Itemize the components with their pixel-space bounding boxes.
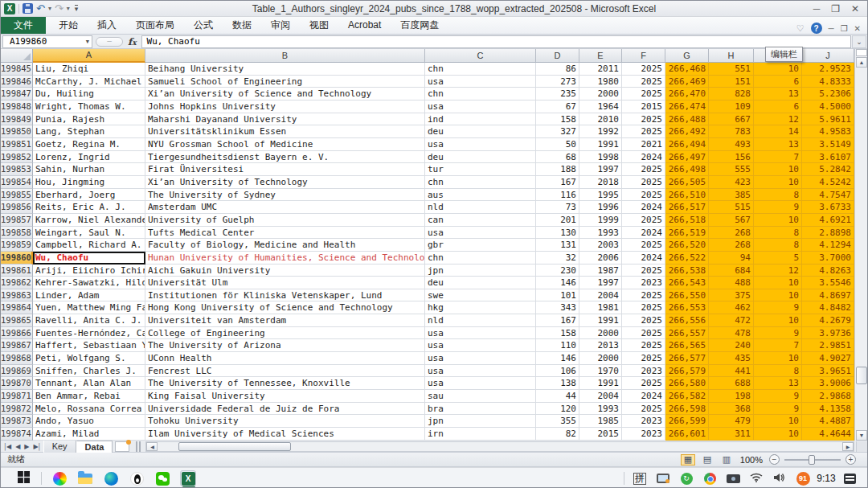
cell-B199857[interactable]: University of Guelph xyxy=(145,214,425,227)
cell-C199860[interactable]: chn xyxy=(425,252,536,265)
cell-C199865[interactable]: nld xyxy=(425,314,536,327)
wechat-icon[interactable] xyxy=(154,470,170,486)
cell-C199869[interactable]: usa xyxy=(425,365,536,378)
cell-D199873[interactable]: 355 xyxy=(536,415,579,428)
cell-J199866[interactable]: 3.9736 xyxy=(802,327,854,340)
cell-A199871[interactable]: Ben Ammar, Rebai xyxy=(33,390,145,403)
column-header-B[interactable]: B xyxy=(145,49,425,63)
cell-D199870[interactable]: 138 xyxy=(536,377,579,390)
cell-A199872[interactable]: Melo, Rossana Correa N xyxy=(33,403,145,416)
name-box-dropdown-icon[interactable]: ▼ xyxy=(86,39,89,45)
cell-A199850[interactable]: Lang, Stephan xyxy=(33,125,145,138)
column-header-H[interactable]: H xyxy=(709,49,754,63)
cell-I199855[interactable]: 8 xyxy=(754,189,802,202)
cell-D199858[interactable]: 130 xyxy=(536,227,579,240)
cell-I199874[interactable]: 10 xyxy=(754,428,802,441)
cell-G199851[interactable]: 266,494 xyxy=(665,138,709,151)
cell-C199854[interactable]: chn xyxy=(425,176,536,189)
cell-D199866[interactable]: 158 xyxy=(536,327,579,340)
cell-J199863[interactable]: 4.8697 xyxy=(802,289,854,302)
cell-F199864[interactable]: 2025 xyxy=(622,301,665,314)
cell-B199847[interactable]: Xi’an University of Science and Technolo… xyxy=(145,88,425,100)
row-header-199863[interactable]: 199863 xyxy=(1,289,33,302)
cell-A199854[interactable]: Hou, Jingming xyxy=(33,176,145,189)
formula-bar-expand-icon[interactable]: ⌄ xyxy=(852,35,866,48)
cell-D199864[interactable]: 343 xyxy=(536,301,579,314)
cell-G199848[interactable]: 266,474 xyxy=(665,100,709,113)
cell-J199860[interactable]: 3.7000 xyxy=(802,252,854,265)
cell-F199849[interactable]: 2025 xyxy=(622,113,665,126)
page-layout-view-icon[interactable]: ▤ xyxy=(700,454,714,465)
cell-I199853[interactable]: 10 xyxy=(754,163,802,176)
cell-I199861[interactable]: 12 xyxy=(754,265,802,277)
cell-G199857[interactable]: 266,518 xyxy=(665,214,709,227)
horizontal-scrollbar[interactable]: ◀ ▶ xyxy=(145,441,854,452)
row-header-199849[interactable]: 199849 xyxy=(1,113,33,126)
restore-button[interactable]: ❐ xyxy=(831,3,840,14)
select-all-corner[interactable] xyxy=(1,49,33,63)
cell-G199862[interactable]: 266,543 xyxy=(665,277,709,289)
cell-J199867[interactable]: 2.9851 xyxy=(802,339,854,352)
cell-B199845[interactable]: Beihang University xyxy=(145,63,425,76)
notification-icon[interactable] xyxy=(844,474,856,484)
cell-I199847[interactable]: 13 xyxy=(754,88,802,100)
cell-C199859[interactable]: gbr xyxy=(425,239,536,252)
cell-F199867[interactable]: 2025 xyxy=(622,339,665,352)
page-break-view-icon[interactable]: ▥ xyxy=(719,454,734,465)
cell-A199861[interactable]: Ariji, Eiichiro Ichiro xyxy=(33,265,145,277)
cell-C199852[interactable]: deu xyxy=(425,151,536,164)
cell-G199864[interactable]: 266,553 xyxy=(665,301,709,314)
cell-B199849[interactable]: Maharshi Dayanand University xyxy=(145,113,425,126)
cell-J199872[interactable]: 4.1358 xyxy=(802,403,854,416)
cell-H199848[interactable]: 109 xyxy=(709,100,754,113)
qat-customize-icon[interactable]: ▾ xyxy=(75,5,79,12)
notification-icon[interactable] xyxy=(841,470,858,486)
column-header-J[interactable]: J xyxy=(802,49,854,63)
cell-I199870[interactable]: 13 xyxy=(754,377,802,390)
cell-E199862[interactable]: 1997 xyxy=(579,277,622,289)
cell-G199872[interactable]: 266,598 xyxy=(665,403,709,416)
cell-D199863[interactable]: 101 xyxy=(536,289,579,302)
cell-D199855[interactable]: 116 xyxy=(536,189,579,202)
insert-worksheet-icon[interactable] xyxy=(115,441,129,452)
cell-E199859[interactable]: 2003 xyxy=(579,239,622,252)
file-explorer-icon[interactable] xyxy=(77,470,93,486)
cell-H199863[interactable]: 375 xyxy=(709,289,754,302)
cell-I199866[interactable]: 9 xyxy=(754,327,802,340)
cell-I199862[interactable]: 10 xyxy=(754,277,802,289)
cell-J199848[interactable]: 4.5000 xyxy=(802,100,854,113)
cell-B199851[interactable]: NYU Grossman School of Medicine xyxy=(145,138,425,151)
cell-F199862[interactable]: 2023 xyxy=(622,277,665,289)
qq-icon[interactable] xyxy=(129,470,145,486)
cell-E199851[interactable]: 1991 xyxy=(579,138,622,151)
workbook-restore-button[interactable]: ❐ xyxy=(841,24,848,33)
cell-I199854[interactable]: 10 xyxy=(754,176,802,189)
cell-A199845[interactable]: Liu, Zhiqi xyxy=(33,63,145,76)
cell-J199873[interactable]: 4.4887 xyxy=(802,415,854,428)
zoom-out-icon[interactable]: − xyxy=(769,454,780,465)
cell-A199864[interactable]: Yuen, Matthew Ming Fai xyxy=(33,301,145,314)
cell-I199867[interactable]: 7 xyxy=(754,339,802,352)
ime-indicator[interactable]: 拼 xyxy=(633,473,646,485)
cell-I199849[interactable]: 12 xyxy=(754,113,802,126)
cell-F199869[interactable]: 2023 xyxy=(622,365,665,378)
cell-A199848[interactable]: Wright, Thomas W. xyxy=(33,100,145,113)
camera-device-icon[interactable] xyxy=(725,470,741,486)
column-header-F[interactable]: F xyxy=(622,49,665,63)
cell-H199862[interactable]: 488 xyxy=(709,277,754,289)
cell-C199856[interactable]: nld xyxy=(425,201,536,214)
cell-D199860[interactable]: 32 xyxy=(536,252,579,265)
cell-E199857[interactable]: 1999 xyxy=(579,214,622,227)
cell-G199847[interactable]: 266,470 xyxy=(665,88,709,100)
row-header-199871[interactable]: 199871 xyxy=(1,390,33,403)
cell-B199869[interactable]: Fencrest LLC xyxy=(145,365,425,378)
cell-J199846[interactable]: 4.8333 xyxy=(802,76,854,88)
cell-E199852[interactable]: 1998 xyxy=(579,151,622,164)
cell-G199867[interactable]: 266,565 xyxy=(665,339,709,352)
row-header-199856[interactable]: 199856 xyxy=(1,201,33,214)
cell-E199861[interactable]: 1987 xyxy=(579,265,622,277)
cell-A199860[interactable]: Wu, Chaofu xyxy=(33,252,145,265)
cell-B199864[interactable]: Hong Kong University of Science and Tech… xyxy=(145,301,425,314)
row-header-199857[interactable]: 199857 xyxy=(1,214,33,227)
cell-B199874[interactable]: Ilam University of Medical Sciences xyxy=(145,428,425,441)
